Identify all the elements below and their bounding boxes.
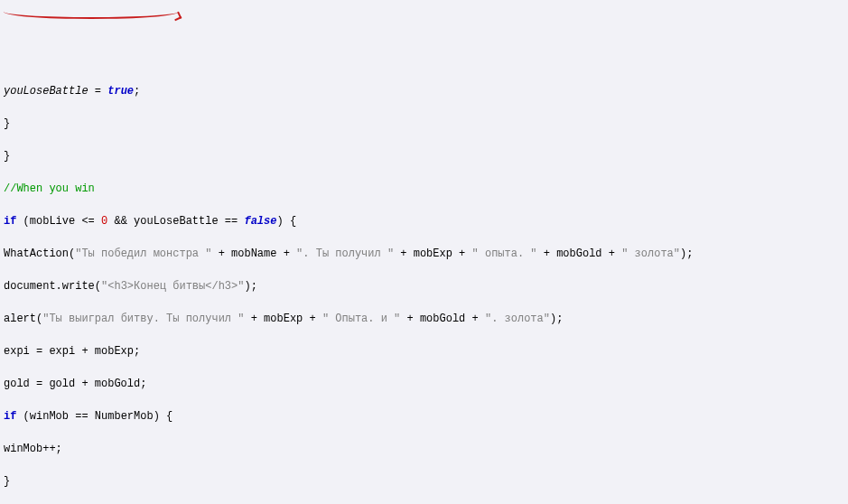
code-line: document.write("<h3>Конец битвы</h3>"); [4, 278, 844, 294]
red-underline-annotation [4, 12, 179, 19]
keyword-if: if [4, 410, 16, 423]
code-line: } [4, 148, 844, 164]
code-line: gold = gold + mobGold; [4, 376, 844, 392]
comment-line: //When you win [4, 181, 844, 197]
code-line: } [4, 116, 844, 132]
bool-true: true [107, 85, 134, 98]
code-line: } [4, 473, 844, 490]
code-editor-content: youLoseBattle = true; } } //When you win… [4, 67, 844, 504]
keyword-if: if [4, 215, 16, 228]
code-line: WhatAction("Ты победил монстра " + mobNa… [4, 246, 844, 262]
code-line: winMob++; [4, 441, 844, 457]
code-line: youLoseBattle = true; [4, 83, 844, 99]
code-line: alert("Ты выиграл битву. Ты получил " + … [4, 311, 844, 327]
var-youLoseBattle: youLoseBattle [4, 85, 89, 98]
code-line: if (mobLive <= 0 && youLoseBattle == fal… [4, 213, 844, 229]
code-line: expi = expi + mobExp; [4, 343, 844, 359]
code-line: if (winMob == NumberMob) { [4, 408, 844, 425]
